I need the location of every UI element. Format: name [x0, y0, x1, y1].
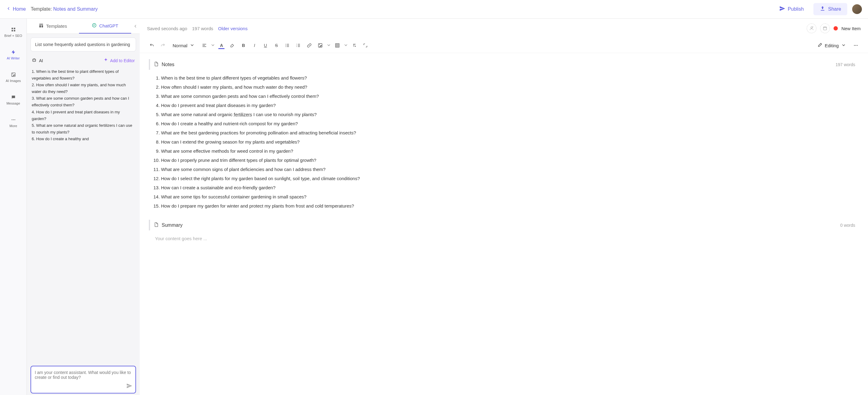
highlight-button[interactable] — [227, 40, 237, 50]
notes-list-item[interactable]: What are some common signs of plant defi… — [161, 165, 859, 174]
add-to-editor-button[interactable]: Add to Editor — [103, 58, 135, 63]
svg-rect-2 — [11, 30, 13, 31]
notes-list-item[interactable]: How do I create a healthy and nutrient-r… — [161, 119, 859, 128]
home-link[interactable]: Home — [6, 6, 26, 12]
pencil-icon — [817, 43, 822, 48]
summary-word-count: 0 words — [840, 223, 855, 228]
notes-list-item[interactable]: How do I prevent and treat plant disease… — [161, 101, 859, 110]
notes-list-item[interactable]: How do I prepare my garden for winter an… — [161, 201, 859, 210]
svg-rect-1 — [14, 28, 15, 29]
svg-rect-13 — [33, 59, 35, 62]
template-name[interactable]: Notes and Summary — [53, 6, 98, 11]
tab-templates[interactable]: Templates — [27, 19, 79, 34]
notes-list-item[interactable]: What are some common garden pests and ho… — [161, 92, 859, 101]
tab-label: Templates — [46, 24, 67, 29]
robot-icon — [32, 58, 37, 63]
share-button[interactable]: Share — [813, 3, 847, 15]
nav-label: More — [9, 124, 17, 128]
text-style-select[interactable]: Normal — [169, 41, 198, 50]
formatting-toolbar: Normal A B I U S 123 Editing — [140, 38, 868, 53]
nav-message[interactable]: Message — [0, 92, 27, 107]
summary-title: Summary — [162, 223, 837, 228]
notes-list-item[interactable]: What are some tips for successful contai… — [161, 192, 859, 201]
notes-list-item[interactable]: How do I select the right plants for my … — [161, 174, 859, 183]
svg-point-5 — [12, 73, 13, 74]
italic-button[interactable]: I — [249, 40, 259, 50]
sidebar: Templates ChatGPT List some frequently a… — [27, 19, 140, 395]
collapse-sidebar-button[interactable] — [131, 19, 140, 34]
grid-icon — [11, 27, 16, 33]
tab-chatgpt[interactable]: ChatGPT — [79, 19, 131, 34]
more-toolbar-button[interactable] — [851, 40, 861, 50]
schedule-button[interactable] — [820, 24, 830, 33]
image-insert-button[interactable] — [315, 40, 325, 50]
nav-label: Message — [6, 101, 20, 105]
chevron-down-icon[interactable] — [211, 43, 215, 48]
left-nav: Brief + SEO AI Writer AI Images Message … — [0, 19, 27, 395]
home-label: Home — [13, 6, 26, 12]
publish-button[interactable]: Publish — [774, 3, 808, 15]
nav-label: AI Writer — [7, 56, 20, 60]
editor-content[interactable]: Notes 197 words When is the best time to… — [140, 53, 868, 395]
svg-point-15 — [34, 60, 35, 60]
strikethrough-button[interactable]: S — [272, 40, 281, 50]
svg-rect-10 — [39, 25, 41, 27]
template-breadcrumb: Template: Notes and Summary — [31, 6, 98, 12]
send-icon — [779, 5, 785, 13]
notes-list-item[interactable]: How often should I water my plants, and … — [161, 83, 859, 92]
notes-body[interactable]: When is the best time to plant different… — [149, 73, 859, 210]
svg-point-6 — [11, 120, 12, 121]
bold-button[interactable]: B — [239, 40, 248, 50]
notes-list-item[interactable]: When is the best time to plant different… — [161, 73, 859, 83]
send-message-button[interactable] — [126, 383, 132, 390]
notes-list-item[interactable]: What are some natural and organic fertil… — [161, 110, 859, 119]
svg-point-18 — [286, 44, 286, 44]
expand-button[interactable] — [361, 40, 370, 50]
sidebar-tabs: Templates ChatGPT — [27, 19, 140, 34]
nav-ai-writer[interactable]: AI Writer — [0, 47, 27, 63]
redo-button[interactable] — [158, 40, 168, 50]
add-editor-label: Add to Editor — [110, 58, 135, 63]
notes-list-item[interactable]: What are the best gardening practices fo… — [161, 128, 859, 137]
numbered-list-button[interactable]: 123 — [293, 40, 303, 50]
dots-icon — [11, 117, 16, 123]
add-collaborator-button[interactable] — [807, 24, 816, 33]
notes-list-item[interactable]: How can I extend the growing season for … — [161, 137, 859, 146]
undo-button[interactable] — [147, 40, 157, 50]
align-button[interactable] — [199, 40, 209, 50]
link-button[interactable] — [304, 40, 314, 50]
ai-badge: AI — [32, 58, 43, 63]
template-prefix: Template: — [31, 6, 53, 11]
notes-list-item[interactable]: What are some effective methods for weed… — [161, 146, 859, 156]
main-layout: Brief + SEO AI Writer AI Images Message … — [0, 19, 868, 395]
bullet-list-button[interactable] — [282, 40, 292, 50]
notes-list-item[interactable]: How do I properly prune and trim differe… — [161, 156, 859, 165]
mode-select[interactable]: Editing — [814, 41, 850, 50]
summary-body[interactable]: Your content goes here ... — [149, 234, 859, 243]
notes-list-item[interactable]: How can I create a sustainable and eco-f… — [161, 183, 859, 192]
text-color-button[interactable]: A — [217, 40, 226, 50]
underline-button[interactable]: U — [260, 40, 270, 50]
clear-format-button[interactable] — [349, 40, 359, 50]
table-button[interactable] — [333, 40, 342, 50]
word-count-header: 197 words — [192, 26, 213, 31]
svg-point-27 — [854, 45, 855, 46]
publish-label: Publish — [788, 6, 804, 12]
nav-more[interactable]: More — [0, 115, 27, 130]
svg-point-20 — [286, 46, 286, 47]
svg-rect-11 — [42, 25, 43, 27]
chevron-down-icon[interactable] — [343, 43, 348, 48]
chat-input[interactable] — [35, 370, 132, 388]
status-indicator-icon — [834, 26, 838, 31]
notes-section: Notes 197 words When is the best time to… — [149, 59, 859, 210]
chevron-down-icon[interactable] — [326, 43, 331, 48]
nav-ai-images[interactable]: AI Images — [0, 70, 27, 85]
app-header: Home Template: Notes and Summary Publish… — [0, 0, 868, 19]
mode-label: Editing — [825, 43, 839, 48]
status-text[interactable]: New Item — [841, 26, 861, 31]
svg-point-16 — [811, 27, 812, 28]
avatar[interactable] — [852, 4, 862, 14]
nav-brief-seo[interactable]: Brief + SEO — [0, 25, 27, 40]
image-icon — [11, 72, 16, 78]
older-versions-link[interactable]: Older versions — [218, 26, 248, 31]
